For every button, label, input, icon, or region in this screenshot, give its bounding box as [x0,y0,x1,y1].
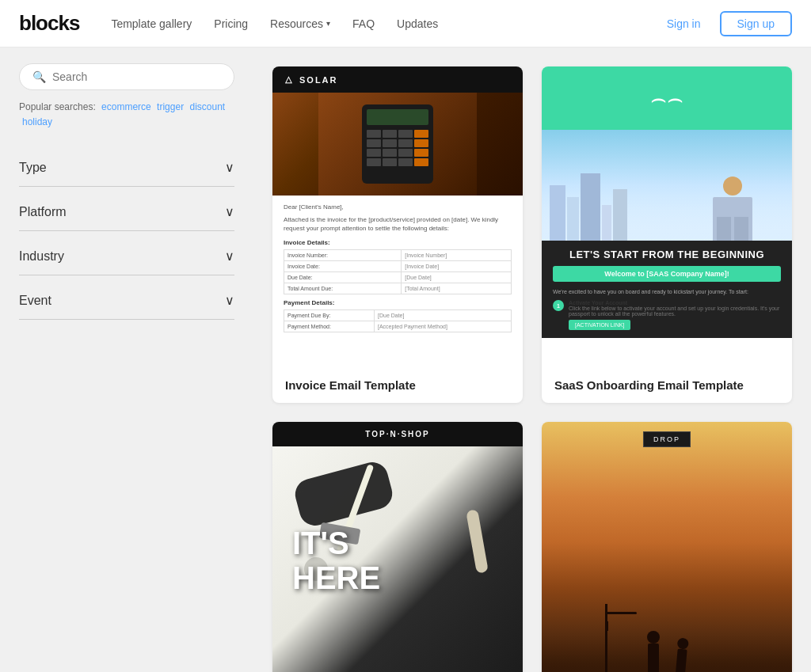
popular-search-holiday[interactable]: holiday [22,116,52,127]
lamp-silhouette [605,604,607,672]
drop-sunset-bg: BRING YOUR FRIENDS [542,422,792,672]
ecom-headline: IT'SHERE [292,526,380,605]
nav-resources[interactable]: Resources ▾ [270,17,330,30]
signin-button[interactable]: Sign in [657,13,710,35]
nav-updates[interactable]: Updates [397,17,438,30]
nav-template-gallery[interactable]: Template gallery [111,17,192,30]
filter-event-header[interactable]: Event ∨ [19,282,234,319]
template-preview-drop: DROP [542,422,792,672]
template-card-invoice[interactable]: △ SOLAR [272,66,523,403]
template-preview-ecommerce: TOP·N·SHOP IT'SHERE [272,422,523,672]
saas-template-title: SaaS Onboarding Email Template [542,367,792,403]
search-input[interactable] [52,70,221,83]
calculator-illustration [362,104,433,184]
search-icon: 🔍 [32,70,46,83]
filter-type-header[interactable]: Type ∨ [19,149,234,186]
template-preview-invoice: △ SOLAR [272,66,523,367]
invoice-template-title: Invoice Email Template [272,367,523,403]
filter-platform-divider [19,230,234,231]
saas-hero-image [542,130,792,241]
popular-searches: Popular searches: ecommerce trigger disc… [19,100,234,130]
filter-industry-divider [19,275,234,275]
filter-industry-header[interactable]: Industry ∨ [19,237,234,275]
main-nav: Template gallery Pricing Resources ▾ FAQ… [111,17,657,30]
ecom-hero: IT'SHERE [272,446,523,672]
person-illustration [713,177,752,241]
invoice-preview: △ SOLAR [272,66,523,367]
filter-type: Type ∨ [19,149,234,187]
search-box[interactable]: 🔍 [19,63,234,90]
ecom-brand-bar: TOP·N·SHOP [272,422,523,446]
saas-headline: LET'S START FROM THE BEGINNING [553,249,781,261]
saas-cta-button: Welcome to [SAAS Company Name]! [553,266,781,282]
template-preview-saas: ⌢⌢ [542,66,792,367]
template-card-ecommerce[interactable]: TOP·N·SHOP IT'SHERE [272,422,523,672]
popular-search-ecommerce[interactable]: ecommerce [101,101,151,112]
filter-platform: Platform ∨ [19,193,234,231]
chevron-down-icon: ▾ [326,19,330,28]
drop-preview: DROP [542,422,792,672]
saas-step-1: 1 Activate Your Account Click the link b… [553,300,781,330]
saas-top-banner: ⌢⌢ [542,66,792,130]
popular-search-discount[interactable]: discount [189,101,225,112]
chevron-down-icon: ∨ [225,160,234,175]
invoice-payment-table: Payment Due By:[Due Date] Payment Method… [284,309,512,332]
ecom-product-photo: IT'SHERE [272,446,523,672]
people-silhouette [647,631,687,672]
smile-icon: ⌢⌢ [650,84,683,113]
header-actions: Sign in Sign up [657,11,792,36]
template-card-saas[interactable]: ⌢⌢ [542,66,792,403]
solar-logo: SOLAR [299,75,338,85]
templates-grid-bottom: TOP·N·SHOP IT'SHERE [272,422,792,672]
saas-preview: ⌢⌢ [542,66,792,367]
invoice-brand-bar: △ SOLAR [272,66,523,93]
logo[interactable]: blocks [19,11,79,36]
template-card-drop[interactable]: DROP [542,422,792,672]
invoice-hero-image [272,93,523,196]
filter-type-divider [19,186,234,187]
drop-brand-label: DROP [643,431,691,447]
nav-pricing[interactable]: Pricing [214,17,248,30]
header: blocks Template gallery Pricing Resource… [0,0,811,47]
chevron-down-icon: ∨ [225,204,234,219]
popular-search-trigger[interactable]: trigger [157,101,184,112]
chevron-down-icon: ∨ [225,249,234,264]
ecommerce-preview: TOP·N·SHOP IT'SHERE [272,422,523,672]
filter-event: Event ∨ [19,282,234,320]
signup-button[interactable]: Sign up [720,11,792,36]
content-area: △ SOLAR [253,47,811,672]
invoice-details-table: Invoice Number:[Invoice Number] Invoice … [284,249,512,294]
main-layout: 🔍 Popular searches: ecommerce trigger di… [0,47,811,672]
filter-industry: Industry ∨ [19,237,234,275]
filter-event-divider [19,319,234,320]
filter-platform-header[interactable]: Platform ∨ [19,193,234,230]
templates-grid-top: △ SOLAR [272,66,792,403]
saas-cta-section: LET'S START FROM THE BEGINNING Welcome t… [542,241,792,338]
sidebar: 🔍 Popular searches: ecommerce trigger di… [0,47,253,672]
invoice-body: Dear [Client's Name], Attached is the in… [272,196,523,345]
chevron-down-icon: ∨ [225,293,234,308]
nav-faq[interactable]: FAQ [352,17,375,30]
